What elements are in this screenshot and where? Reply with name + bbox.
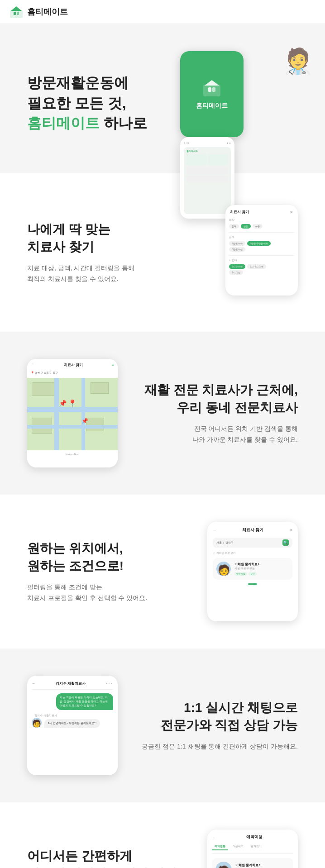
chat-bubble-right: 저는 최근에 퇴원한 가족이 있는데요, 지금 집 안에서 재활 운동을 하려고…: [32, 693, 113, 710]
hero-phone-mockup: 홈티메이트 9:41 ● ● 홈티메이트 🧑‍⚕️: [180, 51, 307, 155]
filter-price: 금액 3만원 이하 3만원~5만원 이하 5만원 이상: [229, 235, 294, 252]
hero-text: 방문재활운동에 필요한 모든 것, 홈티메이트 하나로: [27, 73, 180, 134]
booking-card: 🧑 이채원 물리치료사 서울 구로구 구동 2023.05.24 시: [212, 858, 293, 868]
booking-heading: 어디서든 간편하게 한눈에 확인하는 예약 내역: [27, 847, 189, 868]
find-therapist-section: 나에게 딱 맞는 치료사 찾기 치료 대상, 금액, 시간대 필터링을 통해최적…: [0, 173, 325, 332]
search-button[interactable]: 🔍: [282, 539, 289, 546]
chat-phone-header: ← 김지수 재활치료사 ···: [32, 680, 113, 690]
filter-time: 시간대 6시간 이하 6시~9시 이하 9시 이상: [229, 258, 294, 275]
svg-rect-2: [17, 12, 19, 15]
map-marker-2-icon: 📌: [81, 418, 88, 424]
map-heading: 재활 전문 치료사가 근처에, 우리 동네 전문치료사: [140, 381, 298, 416]
filter-phone: 치료사 찾기 ✕ 대상 전체 성인 아동 금액 3만원 이하 3만원~5만원 이…: [225, 205, 298, 296]
tab-favorites[interactable]: 즐겨찾기: [248, 844, 264, 850]
booking-tabs: 예약현황 이용내역 즐겨찾기: [212, 844, 293, 854]
search-bar[interactable]: 서울 | 광역구 🔍: [213, 538, 292, 548]
hero-section: 방문재활운동에 필요한 모든 것, 홈티메이트 하나로 홈티메이트 9:41: [0, 24, 325, 173]
hero-logo-text: 홈티메이트: [196, 102, 228, 110]
chat-text: 1:1 실시간 채팅으로 전문가와 직접 상담 가능 궁금한 점은 1:1 채팅…: [118, 699, 298, 752]
booking-phone: ← 예약이용 예약현황 이용내역 즐겨찾기 🧑 이채원 물리치료사 서울 구로구…: [207, 830, 298, 868]
therapist-card[interactable]: 🧑 이채원 물리치료사 서울 구로구 구동 방문재활 성인: [213, 558, 292, 580]
hero-heading: 방문재활운동에 필요한 모든 것, 홈티메이트 하나로: [27, 73, 180, 134]
tab-history[interactable]: 이용내역: [230, 844, 246, 850]
chat-desc: 궁금한 점은 1:1 채팅을 통해 간편하게 상담이 가능해요.: [140, 741, 298, 752]
chat-phone: ← 김지수 재활치료사 ··· 저는 최근에 퇴원한 가족이 있는데요, 지금 …: [27, 676, 118, 775]
hero-phone-back: 홈티메이트: [180, 51, 244, 137]
booking-text: 어디서든 간편하게 한눈에 확인하는 예약 내역 나의 예약 내역 확인을 통해…: [27, 847, 207, 868]
map-pin: 📍: [68, 399, 77, 408]
map-area: 📍 📌 📌: [27, 378, 118, 450]
map-marker-icon: 📌: [59, 400, 67, 407]
booking-avatar: 🧑: [215, 862, 232, 868]
find-heading: 나에게 딱 맞는 치료사 찾기: [27, 220, 194, 256]
app-title: 홈티메이트: [27, 6, 68, 17]
map-phone: ← 치료사 찾기 ≡ 📍 광진구 능동구 동구 📍 📌 📌 Kakao Map: [27, 359, 118, 467]
person-illustration: 🧑‍⚕️: [282, 47, 314, 76]
map-section: ← 치료사 찾기 ≡ 📍 광진구 능동구 동구 📍 📌 📌 Kakao Map …: [0, 332, 325, 495]
svg-rect-3: [203, 85, 220, 96]
condition-desc: 필터링을 통해 조건에 맞는치료사 프로필을 확인 후 선택할 수 있어요.: [27, 582, 189, 604]
booking-info: 이채원 물리치료사 서울 구로구 구동 2023.05.24 시: [235, 863, 262, 868]
condition-section: 원하는 위치에서, 원하는 조건으로! 필터링을 통해 조건에 맞는치료사 프로…: [0, 495, 325, 649]
search-phone-header: ← 치료사 찾기 ⚙: [213, 527, 292, 533]
chat-bubble-left: 🧑 1세 안녕하세요~ 무엇이든 물어보세요^^: [32, 718, 113, 728]
tab-reservation[interactable]: 예약현황: [212, 844, 228, 850]
chat-heading: 1:1 실시간 채팅으로 전문가와 직접 상담 가능: [140, 699, 298, 734]
svg-rect-5: [212, 87, 215, 92]
scroll-indicator: [248, 583, 257, 585]
svg-rect-1: [14, 12, 16, 15]
svg-rect-0: [10, 10, 23, 18]
status-bar: 9:41 ● ●: [184, 142, 231, 144]
chat-avatar: 🧑: [32, 718, 42, 728]
search-phone: ← 치료사 찾기 ⚙ 서울 | 광역구 🔍 △ 거리순으로 보기 🧑 이채원 물…: [207, 522, 298, 621]
condition-text: 원하는 위치에서, 원하는 조건으로! 필터링을 통해 조건에 맞는치료사 프로…: [27, 539, 207, 604]
booking-section: 어디서든 간편하게 한눈에 확인하는 예약 내역 나의 예약 내역 확인을 통해…: [0, 802, 325, 868]
map-phone-header: ← 치료사 찾기 ≡: [27, 359, 118, 371]
chat-section: ← 김지수 재활치료사 ··· 저는 최근에 퇴원한 가족이 있는데요, 지금 …: [0, 649, 325, 802]
filter-subject: 대상 전체 성인 아동: [229, 218, 294, 229]
find-text: 나에게 딱 맞는 치료사 찾기 치료 대상, 금액, 시간대 필터링을 통해최적…: [27, 220, 212, 285]
hero-logo-svg: [202, 78, 222, 98]
find-phone-wrapper: 치료사 찾기 ✕ 대상 전체 성인 아동 금액 3만원 이하 3만원~5만원 이…: [212, 200, 298, 305]
map-text: 재활 전문 치료사가 근처에, 우리 동네 전문치료사 전국 어디서든 위치 기…: [118, 381, 298, 445]
booking-phone-header: ← 예약이용: [212, 834, 293, 840]
filter-phone-header: 치료사 찾기 ✕: [229, 210, 294, 215]
logo-icon: [9, 5, 24, 18]
therapist-avatar: 🧑: [216, 562, 231, 576]
find-desc: 치료 대상, 금액, 시간대 필터링을 통해최적의 치료사를 찾을 수 있어요.: [27, 263, 194, 285]
svg-rect-4: [208, 87, 211, 92]
app-header: 홈티메이트: [0, 0, 325, 24]
map-desc: 전국 어디서든 위치 기반 검색을 통해나와 가까운 치료사를 찾을 수 있어요…: [140, 424, 298, 445]
condition-heading: 원하는 위치에서, 원하는 조건으로!: [27, 539, 189, 575]
therapist-info: 이채원 물리치료사 서울 구로구 구동 방문재활 성인: [234, 562, 261, 576]
